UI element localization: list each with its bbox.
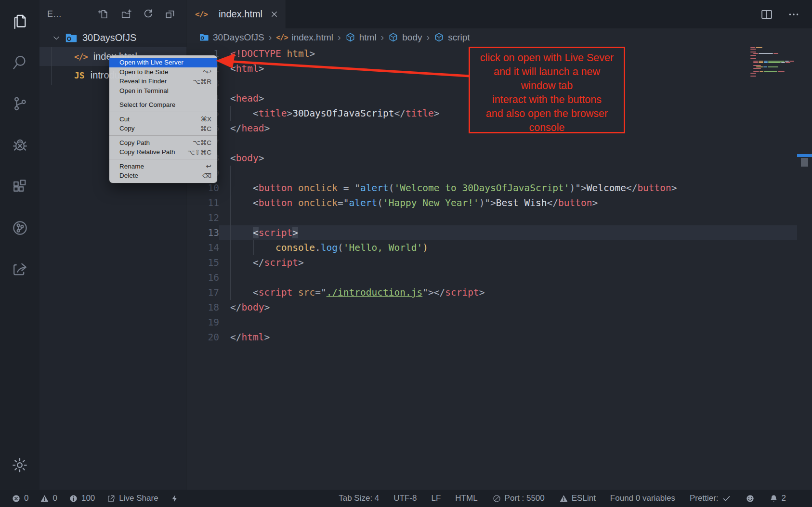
- status-notifications[interactable]: 2: [769, 494, 786, 503]
- status-live-server-port[interactable]: Port : 5500: [492, 494, 545, 503]
- code-line-content[interactable]: <button onclick = "alert('Welcome to 30D…: [219, 181, 812, 195]
- tree-item-30daysofjs[interactable]: 30DaysOfJS: [39, 28, 186, 47]
- breadcrumb-30daysofjs[interactable]: 30DaysOfJS: [199, 32, 264, 43]
- menu-item-open-with-live-server[interactable]: Open with Live Server: [109, 58, 217, 67]
- code-line-content[interactable]: [219, 315, 812, 330]
- activity-debug-button[interactable]: [8, 133, 31, 156]
- minimap[interactable]: [750, 47, 796, 81]
- activity-gitlens-button[interactable]: [8, 216, 31, 239]
- activity-explorer-button[interactable]: [8, 9, 31, 32]
- indent-guide: [230, 210, 231, 225]
- menu-item-open-to-the-side[interactable]: Open to the Side^↩: [109, 67, 217, 77]
- menu-item-label: Rename: [119, 163, 201, 170]
- refresh-icon: [142, 8, 154, 20]
- code-line-content[interactable]: </html>: [219, 330, 812, 345]
- code-line-content[interactable]: [219, 136, 812, 151]
- indent-guide: [253, 240, 254, 255]
- status-label: 0: [24, 494, 28, 503]
- chevron-down-icon: [52, 34, 61, 42]
- indent-guide: [230, 285, 231, 300]
- code-line-9: 9: [186, 166, 812, 181]
- indent-guide: [230, 240, 231, 255]
- activity-live-share-button[interactable]: [8, 258, 31, 281]
- split-editor-button[interactable]: [760, 8, 773, 21]
- code-line-content[interactable]: [219, 210, 812, 225]
- menu-item-shortcut: ^↩: [203, 68, 211, 76]
- scrollbar-thumb[interactable]: [801, 158, 808, 167]
- code-line-content[interactable]: <button onclick="alert('Happy New Year!'…: [219, 195, 812, 210]
- folder-icon: [199, 32, 209, 42]
- code-line-content[interactable]: <body>: [219, 151, 812, 166]
- code-line-content[interactable]: <script src="./introduction.js"></script…: [219, 285, 812, 300]
- menu-item-open-in-terminal[interactable]: Open in Terminal: [109, 86, 217, 96]
- activity-source-control-button[interactable]: [8, 92, 31, 115]
- menu-item-delete[interactable]: Delete⌫: [109, 171, 217, 181]
- status-bar: 00100Live Share Tab Size: 4UTF-8LFHTMLPo…: [0, 490, 812, 507]
- menu-item-reveal-in-finder[interactable]: Reveal in Finder⌥⌘R: [109, 77, 217, 86]
- check-icon: [722, 494, 731, 503]
- menu-item-label: Reveal in Finder: [119, 78, 188, 85]
- breadcrumb-label: script: [448, 32, 470, 43]
- line-number: 17: [186, 285, 219, 300]
- menu-item-copy-relative-path[interactable]: Copy Relative Path⌥⇧⌘C: [109, 147, 217, 157]
- status-language-mode[interactable]: HTML: [455, 494, 477, 503]
- tab-index-html[interactable]: </> index.html: [186, 0, 286, 28]
- new-file-button[interactable]: [96, 7, 111, 22]
- new-folder-button[interactable]: [118, 7, 133, 22]
- status-label: ESLint: [572, 494, 596, 503]
- breadcrumb-index-html[interactable]: </>index.html: [276, 32, 333, 43]
- code-line-content[interactable]: </script>: [219, 255, 812, 270]
- code-line-content[interactable]: <script>: [219, 225, 797, 240]
- status-live-server-action[interactable]: [170, 494, 179, 503]
- menu-item-copy[interactable]: Copy⌘C: [109, 124, 217, 133]
- code-line-content[interactable]: [219, 166, 812, 181]
- status-live-share[interactable]: Live Share: [106, 494, 158, 503]
- collapse-all-button[interactable]: [162, 7, 178, 22]
- status-encoding[interactable]: UTF-8: [393, 494, 417, 503]
- code-line-content[interactable]: [219, 270, 812, 285]
- menu-item-cut[interactable]: Cut⌘X: [109, 115, 217, 124]
- status-problems-info[interactable]: 100: [69, 494, 95, 503]
- overview-ruler-selection-marker: [797, 154, 812, 157]
- vscode-window: E… 30DaysOfJS</>index.htmlJSintroduction…: [0, 0, 812, 507]
- breadcrumb-script[interactable]: script: [434, 32, 470, 43]
- status-label: Prettier:: [690, 494, 719, 503]
- code-line-content[interactable]: </body>: [219, 300, 812, 315]
- explorer-header: E…: [39, 0, 186, 28]
- code-line-11: 11 <button onclick="alert('Happy New Yea…: [186, 195, 812, 210]
- status-prettier[interactable]: Prettier:: [690, 494, 731, 503]
- activity-search-button[interactable]: [8, 51, 31, 74]
- menu-item-shortcut: ⌥⇧⌘C: [187, 148, 211, 156]
- menu-item-copy-path[interactable]: Copy Path⌥⌘C: [109, 138, 217, 148]
- status-eslint[interactable]: ESLint: [559, 494, 596, 503]
- breadcrumb-separator: ›: [381, 32, 384, 43]
- line-number: 14: [186, 240, 219, 255]
- settings-button[interactable]: [8, 454, 31, 477]
- breadcrumb-body[interactable]: body: [388, 32, 422, 43]
- indent-guide: [230, 181, 231, 195]
- tab-close-icon[interactable]: [270, 10, 279, 19]
- status-feedback[interactable]: [746, 494, 755, 503]
- activity-extensions-button[interactable]: [8, 175, 31, 198]
- info-circle-icon: [69, 494, 78, 503]
- export-arrow-icon: [106, 494, 116, 503]
- status-label: Found 0 variables: [610, 494, 675, 503]
- more-actions-button[interactable]: [787, 8, 800, 21]
- menu-item-rename[interactable]: Rename↩: [109, 162, 217, 171]
- status-problems-warnings[interactable]: 0: [40, 494, 57, 503]
- live-share-icon: [11, 260, 29, 278]
- line-number: 13: [186, 225, 219, 240]
- breadcrumb-html[interactable]: html: [345, 32, 377, 43]
- menu-item-label: Copy Path: [119, 139, 188, 146]
- status-variables-found[interactable]: Found 0 variables: [610, 494, 675, 503]
- menu-item-label: Copy Relative Path: [119, 148, 183, 156]
- line-number: 16: [186, 270, 219, 285]
- status-eol[interactable]: LF: [431, 494, 441, 503]
- line-number: 12: [186, 210, 219, 225]
- code-line-content[interactable]: console.log('Hello, World'): [219, 240, 812, 255]
- refresh-button[interactable]: [140, 7, 156, 22]
- menu-item-select-for-compare[interactable]: Select for Compare: [109, 100, 217, 110]
- status-problems-errors[interactable]: 0: [12, 494, 28, 503]
- status-tab-size[interactable]: Tab Size: 4: [339, 494, 379, 503]
- breadcrumb-separator: ›: [426, 32, 430, 43]
